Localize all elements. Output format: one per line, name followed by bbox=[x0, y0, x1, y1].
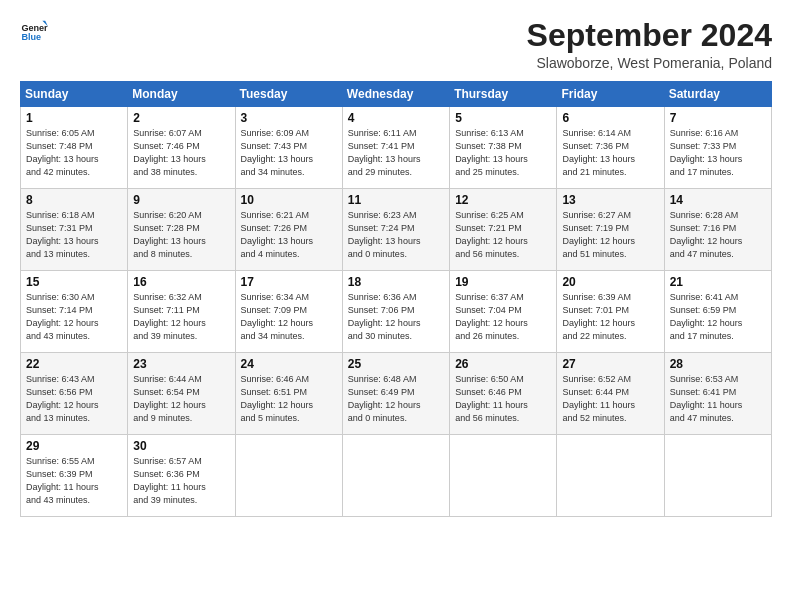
day-of-week-header: Thursday bbox=[450, 82, 557, 107]
calendar-day-cell: 26Sunrise: 6:50 AM Sunset: 6:46 PM Dayli… bbox=[450, 353, 557, 435]
calendar-day-cell: 7Sunrise: 6:16 AM Sunset: 7:33 PM Daylig… bbox=[664, 107, 771, 189]
calendar-day-cell: 20Sunrise: 6:39 AM Sunset: 7:01 PM Dayli… bbox=[557, 271, 664, 353]
day-number: 9 bbox=[133, 193, 229, 207]
day-number: 8 bbox=[26, 193, 122, 207]
calendar-day-cell: 5Sunrise: 6:13 AM Sunset: 7:38 PM Daylig… bbox=[450, 107, 557, 189]
day-number: 24 bbox=[241, 357, 337, 371]
calendar-day-cell: 2Sunrise: 6:07 AM Sunset: 7:46 PM Daylig… bbox=[128, 107, 235, 189]
day-info: Sunrise: 6:34 AM Sunset: 7:09 PM Dayligh… bbox=[241, 291, 337, 343]
calendar-week-row: 8Sunrise: 6:18 AM Sunset: 7:31 PM Daylig… bbox=[21, 189, 772, 271]
day-info: Sunrise: 6:36 AM Sunset: 7:06 PM Dayligh… bbox=[348, 291, 444, 343]
day-number: 18 bbox=[348, 275, 444, 289]
day-info: Sunrise: 6:05 AM Sunset: 7:48 PM Dayligh… bbox=[26, 127, 122, 179]
day-of-week-header: Saturday bbox=[664, 82, 771, 107]
day-of-week-header: Friday bbox=[557, 82, 664, 107]
calendar-day-cell: 29Sunrise: 6:55 AM Sunset: 6:39 PM Dayli… bbox=[21, 435, 128, 517]
month-title: September 2024 bbox=[527, 18, 772, 53]
day-number: 17 bbox=[241, 275, 337, 289]
calendar-day-cell: 22Sunrise: 6:43 AM Sunset: 6:56 PM Dayli… bbox=[21, 353, 128, 435]
day-info: Sunrise: 6:14 AM Sunset: 7:36 PM Dayligh… bbox=[562, 127, 658, 179]
calendar-header-row: SundayMondayTuesdayWednesdayThursdayFrid… bbox=[21, 82, 772, 107]
calendar-day-cell: 19Sunrise: 6:37 AM Sunset: 7:04 PM Dayli… bbox=[450, 271, 557, 353]
day-info: Sunrise: 6:13 AM Sunset: 7:38 PM Dayligh… bbox=[455, 127, 551, 179]
day-number: 10 bbox=[241, 193, 337, 207]
calendar-day-cell: 11Sunrise: 6:23 AM Sunset: 7:24 PM Dayli… bbox=[342, 189, 449, 271]
calendar-day-cell: 21Sunrise: 6:41 AM Sunset: 6:59 PM Dayli… bbox=[664, 271, 771, 353]
calendar-day-cell bbox=[235, 435, 342, 517]
day-info: Sunrise: 6:09 AM Sunset: 7:43 PM Dayligh… bbox=[241, 127, 337, 179]
day-number: 5 bbox=[455, 111, 551, 125]
calendar-week-row: 29Sunrise: 6:55 AM Sunset: 6:39 PM Dayli… bbox=[21, 435, 772, 517]
day-info: Sunrise: 6:52 AM Sunset: 6:44 PM Dayligh… bbox=[562, 373, 658, 425]
calendar-day-cell: 17Sunrise: 6:34 AM Sunset: 7:09 PM Dayli… bbox=[235, 271, 342, 353]
calendar-day-cell: 14Sunrise: 6:28 AM Sunset: 7:16 PM Dayli… bbox=[664, 189, 771, 271]
day-number: 6 bbox=[562, 111, 658, 125]
day-number: 22 bbox=[26, 357, 122, 371]
day-info: Sunrise: 6:44 AM Sunset: 6:54 PM Dayligh… bbox=[133, 373, 229, 425]
day-info: Sunrise: 6:25 AM Sunset: 7:21 PM Dayligh… bbox=[455, 209, 551, 261]
day-number: 25 bbox=[348, 357, 444, 371]
svg-text:Blue: Blue bbox=[21, 32, 41, 42]
day-number: 1 bbox=[26, 111, 122, 125]
day-number: 28 bbox=[670, 357, 766, 371]
calendar-day-cell: 30Sunrise: 6:57 AM Sunset: 6:36 PM Dayli… bbox=[128, 435, 235, 517]
day-info: Sunrise: 6:55 AM Sunset: 6:39 PM Dayligh… bbox=[26, 455, 122, 507]
calendar-day-cell: 4Sunrise: 6:11 AM Sunset: 7:41 PM Daylig… bbox=[342, 107, 449, 189]
day-number: 29 bbox=[26, 439, 122, 453]
day-info: Sunrise: 6:30 AM Sunset: 7:14 PM Dayligh… bbox=[26, 291, 122, 343]
day-number: 2 bbox=[133, 111, 229, 125]
calendar-day-cell: 27Sunrise: 6:52 AM Sunset: 6:44 PM Dayli… bbox=[557, 353, 664, 435]
day-of-week-header: Sunday bbox=[21, 82, 128, 107]
calendar-day-cell: 12Sunrise: 6:25 AM Sunset: 7:21 PM Dayli… bbox=[450, 189, 557, 271]
calendar-week-row: 15Sunrise: 6:30 AM Sunset: 7:14 PM Dayli… bbox=[21, 271, 772, 353]
day-info: Sunrise: 6:07 AM Sunset: 7:46 PM Dayligh… bbox=[133, 127, 229, 179]
title-block: September 2024 Slawoborze, West Pomerani… bbox=[527, 18, 772, 71]
day-info: Sunrise: 6:50 AM Sunset: 6:46 PM Dayligh… bbox=[455, 373, 551, 425]
calendar-day-cell bbox=[342, 435, 449, 517]
day-number: 30 bbox=[133, 439, 229, 453]
day-info: Sunrise: 6:16 AM Sunset: 7:33 PM Dayligh… bbox=[670, 127, 766, 179]
calendar-day-cell: 13Sunrise: 6:27 AM Sunset: 7:19 PM Dayli… bbox=[557, 189, 664, 271]
calendar-day-cell: 9Sunrise: 6:20 AM Sunset: 7:28 PM Daylig… bbox=[128, 189, 235, 271]
calendar-day-cell: 23Sunrise: 6:44 AM Sunset: 6:54 PM Dayli… bbox=[128, 353, 235, 435]
calendar-day-cell bbox=[450, 435, 557, 517]
day-number: 21 bbox=[670, 275, 766, 289]
day-info: Sunrise: 6:21 AM Sunset: 7:26 PM Dayligh… bbox=[241, 209, 337, 261]
day-info: Sunrise: 6:18 AM Sunset: 7:31 PM Dayligh… bbox=[26, 209, 122, 261]
day-info: Sunrise: 6:27 AM Sunset: 7:19 PM Dayligh… bbox=[562, 209, 658, 261]
day-number: 15 bbox=[26, 275, 122, 289]
day-info: Sunrise: 6:57 AM Sunset: 6:36 PM Dayligh… bbox=[133, 455, 229, 507]
calendar-day-cell: 6Sunrise: 6:14 AM Sunset: 7:36 PM Daylig… bbox=[557, 107, 664, 189]
day-number: 27 bbox=[562, 357, 658, 371]
day-info: Sunrise: 6:11 AM Sunset: 7:41 PM Dayligh… bbox=[348, 127, 444, 179]
day-number: 4 bbox=[348, 111, 444, 125]
day-number: 26 bbox=[455, 357, 551, 371]
calendar-day-cell: 16Sunrise: 6:32 AM Sunset: 7:11 PM Dayli… bbox=[128, 271, 235, 353]
day-number: 16 bbox=[133, 275, 229, 289]
day-info: Sunrise: 6:53 AM Sunset: 6:41 PM Dayligh… bbox=[670, 373, 766, 425]
calendar-day-cell: 1Sunrise: 6:05 AM Sunset: 7:48 PM Daylig… bbox=[21, 107, 128, 189]
calendar-week-row: 1Sunrise: 6:05 AM Sunset: 7:48 PM Daylig… bbox=[21, 107, 772, 189]
day-of-week-header: Wednesday bbox=[342, 82, 449, 107]
calendar-day-cell: 3Sunrise: 6:09 AM Sunset: 7:43 PM Daylig… bbox=[235, 107, 342, 189]
calendar-day-cell: 28Sunrise: 6:53 AM Sunset: 6:41 PM Dayli… bbox=[664, 353, 771, 435]
day-info: Sunrise: 6:39 AM Sunset: 7:01 PM Dayligh… bbox=[562, 291, 658, 343]
day-info: Sunrise: 6:20 AM Sunset: 7:28 PM Dayligh… bbox=[133, 209, 229, 261]
day-info: Sunrise: 6:48 AM Sunset: 6:49 PM Dayligh… bbox=[348, 373, 444, 425]
day-number: 12 bbox=[455, 193, 551, 207]
svg-text:General: General bbox=[21, 23, 48, 33]
calendar-day-cell bbox=[664, 435, 771, 517]
logo: General Blue bbox=[20, 18, 48, 46]
calendar-week-row: 22Sunrise: 6:43 AM Sunset: 6:56 PM Dayli… bbox=[21, 353, 772, 435]
logo-icon: General Blue bbox=[20, 18, 48, 46]
day-of-week-header: Tuesday bbox=[235, 82, 342, 107]
header: General Blue September 2024 Slawoborze, … bbox=[20, 18, 772, 71]
day-number: 14 bbox=[670, 193, 766, 207]
day-info: Sunrise: 6:32 AM Sunset: 7:11 PM Dayligh… bbox=[133, 291, 229, 343]
calendar-day-cell: 8Sunrise: 6:18 AM Sunset: 7:31 PM Daylig… bbox=[21, 189, 128, 271]
calendar-day-cell: 24Sunrise: 6:46 AM Sunset: 6:51 PM Dayli… bbox=[235, 353, 342, 435]
subtitle: Slawoborze, West Pomerania, Poland bbox=[527, 55, 772, 71]
calendar-day-cell: 18Sunrise: 6:36 AM Sunset: 7:06 PM Dayli… bbox=[342, 271, 449, 353]
day-number: 19 bbox=[455, 275, 551, 289]
day-number: 13 bbox=[562, 193, 658, 207]
